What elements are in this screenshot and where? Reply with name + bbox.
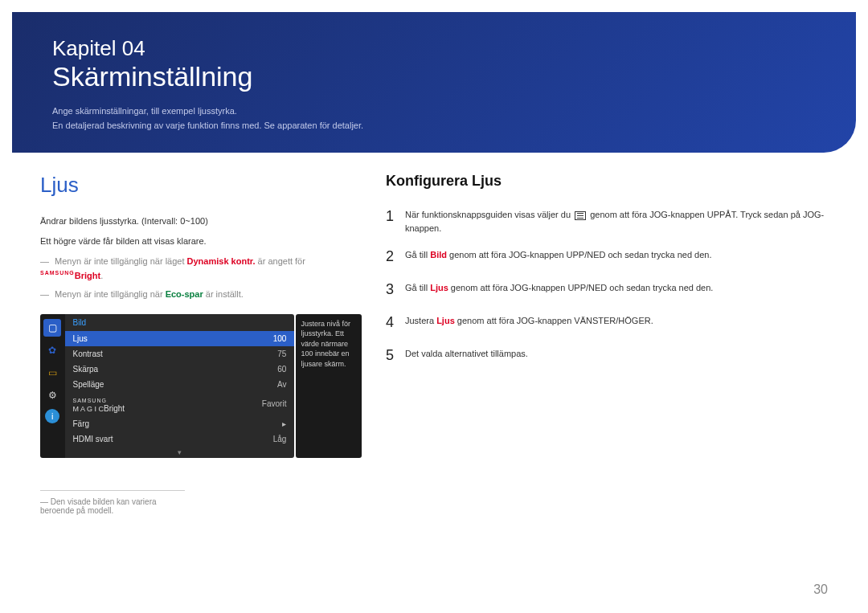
osd-row: Ljus100 xyxy=(65,331,295,346)
step-item: 4Justera Ljus genom att föra JOG-knappen… xyxy=(386,312,828,333)
info-icon: i xyxy=(45,409,59,423)
osd-row-label: Kontrast xyxy=(73,349,103,358)
osd-tooltip: Justera nivå för ljusstyrka. Ett värde n… xyxy=(296,314,362,458)
chapter-title: Skärminställning xyxy=(52,61,816,92)
footnote: ― Den visade bilden kan variera beroende… xyxy=(40,490,185,515)
left-column: Ljus Ändrar bildens ljusstyrka. (Interva… xyxy=(40,173,362,514)
step-number: 5 xyxy=(386,345,405,366)
osd-sidebar: ▢ ✿ ▭ ⚙ i xyxy=(40,314,65,458)
osd-row-value: Av xyxy=(277,380,287,389)
osd-row-label: Skärpa xyxy=(73,365,99,374)
osd-row: SAMSUNGM A G I CBrightFavorit xyxy=(65,392,295,416)
step-number: 2 xyxy=(386,246,405,268)
step-text: Gå till Ljus genom att föra JOG-knappen … xyxy=(405,279,828,300)
osd-row-value: 60 xyxy=(277,365,286,374)
osd-down-arrow: ▾ xyxy=(65,447,295,458)
osd-row-label: SAMSUNGM A G I CBright xyxy=(73,395,125,413)
step-item: 1När funktionsknappsguiden visas väljer … xyxy=(386,206,828,235)
rect-icon: ▭ xyxy=(43,364,61,382)
flower-icon: ✿ xyxy=(43,341,61,359)
osd-row-value: Favorit xyxy=(262,399,287,408)
step-number: 4 xyxy=(386,312,405,333)
desc-interval: Ändrar bildens ljusstyrka. (Intervall: 0… xyxy=(40,214,362,229)
osd-menu: Bild Ljus100Kontrast75Skärpa60SpellägeAv… xyxy=(65,314,295,458)
osd-row: Färg▸ xyxy=(65,416,295,431)
section-heading: Ljus xyxy=(40,173,362,198)
menu-icon xyxy=(575,211,586,220)
step-text: Gå till Bild genom att föra JOG-knappen … xyxy=(405,246,828,268)
osd-row: Kontrast75 xyxy=(65,346,295,362)
step-number: 3 xyxy=(386,279,405,300)
step-text: När funktionsknappsguiden visas väljer d… xyxy=(405,206,828,235)
note-eco: ― Menyn är inte tillgänglig när Eco-spar… xyxy=(40,287,362,302)
page-number: 30 xyxy=(813,582,828,597)
step-item: 5Det valda alternativet tillämpas. xyxy=(386,345,828,366)
osd-row: HDMI svartLåg xyxy=(65,431,295,447)
step-item: 2Gå till Bild genom att föra JOG-knappen… xyxy=(386,246,828,268)
osd-row-value: ▸ xyxy=(282,419,286,428)
steps-list: 1När funktionsknappsguiden visas väljer … xyxy=(386,206,828,366)
osd-row-value: 75 xyxy=(277,349,286,358)
step-number: 1 xyxy=(386,206,405,235)
osd-row-label: HDMI svart xyxy=(73,435,113,443)
chapter-subtitle1: Ange skärminställningar, till exempel lj… xyxy=(52,104,816,119)
monitor-icon: ▢ xyxy=(43,319,61,337)
osd-row: SpellägeAv xyxy=(65,377,295,392)
right-column: Konfigurera Ljus 1När funktionsknappsgui… xyxy=(362,173,828,514)
gear-icon: ⚙ xyxy=(43,386,61,404)
note-dynamic: ― Menyn är inte tillgänglig när läget Dy… xyxy=(40,254,362,284)
osd-title: Bild xyxy=(65,314,295,331)
step-item: 3Gå till Ljus genom att föra JOG-knappen… xyxy=(386,279,828,300)
osd-row-label: Ljus xyxy=(73,334,88,343)
step-text: Justera Ljus genom att föra JOG-knappen … xyxy=(405,312,828,333)
osd-row: Skärpa60 xyxy=(65,362,295,377)
osd-row-value: Låg xyxy=(273,435,287,443)
osd-row-value: 100 xyxy=(273,334,287,343)
step-text: Det valda alternativet tillämpas. xyxy=(405,345,828,366)
content-area: Ljus Ändrar bildens ljusstyrka. (Interva… xyxy=(0,153,868,534)
chapter-header: Kapitel 04 Skärminställning Ange skärmin… xyxy=(12,12,856,153)
osd-row-label: Spelläge xyxy=(73,380,104,389)
chapter-number: Kapitel 04 xyxy=(52,36,816,61)
osd-screenshot: ▢ ✿ ▭ ⚙ i Bild Ljus100Kontrast75Skärpa60… xyxy=(40,314,362,458)
subsection-heading: Konfigurera Ljus xyxy=(386,173,828,190)
desc-higher: Ett högre värde får bilden att visas kla… xyxy=(40,234,362,249)
osd-row-label: Färg xyxy=(73,419,90,428)
chapter-subtitle2: En detaljerad beskrivning av varje funkt… xyxy=(52,119,816,133)
